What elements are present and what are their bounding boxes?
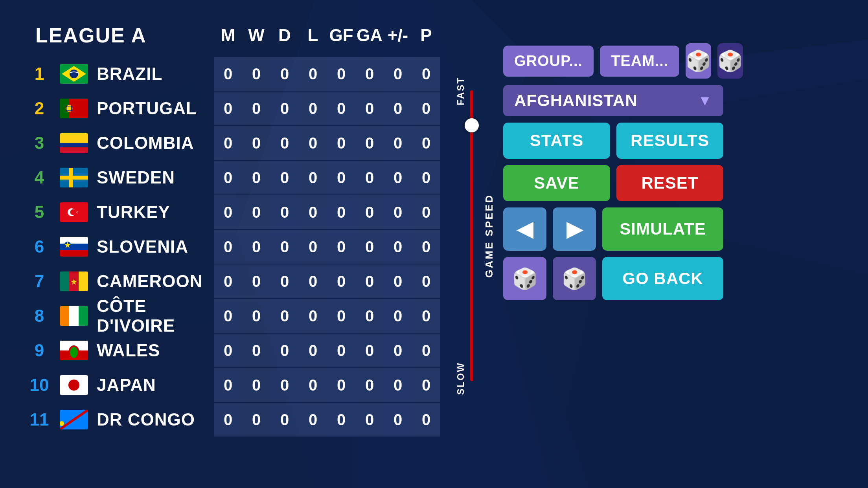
- stat-cell-9-5: 0: [355, 368, 384, 402]
- team-rank-5: 6: [28, 237, 51, 257]
- dropdown-arrow-icon: ▼: [698, 92, 712, 109]
- stat-cell-5-7: 0: [412, 230, 440, 264]
- team-rank-3: 4: [28, 168, 51, 187]
- svg-rect-25: [60, 237, 88, 244]
- stat-cell-7-2: 0: [270, 299, 299, 333]
- svg-point-10: [70, 70, 78, 78]
- stat-cell-0-0: 0: [214, 57, 242, 91]
- simulate-button[interactable]: SIMULATE: [602, 207, 723, 251]
- svg-rect-30: [60, 272, 69, 291]
- stat-cell-0-6: 0: [384, 57, 412, 91]
- team-name-0: BRAZIL: [97, 64, 214, 84]
- stat-cell-6-7: 0: [412, 264, 440, 298]
- team-flag-0: [58, 63, 90, 85]
- stat-cell-6-5: 0: [355, 264, 384, 298]
- stat-cell-0-3: 0: [299, 57, 327, 91]
- stat-cell-5-6: 0: [384, 230, 412, 264]
- table-row: 6SLOVENIA00000000: [28, 230, 440, 264]
- stat-cell-0-7: 0: [412, 57, 440, 91]
- dark-dice-bottom-button[interactable]: 🎲: [553, 257, 596, 300]
- stat-cell-6-6: 0: [384, 264, 412, 298]
- stat-cell-10-2: 0: [270, 403, 299, 437]
- team-rank-1: 2: [28, 99, 51, 118]
- team-flag-10: [58, 409, 90, 431]
- stat-cell-5-0: 0: [214, 230, 242, 264]
- dark-dice-button[interactable]: 🎲: [717, 43, 743, 79]
- stat-cell-6-0: 0: [214, 264, 242, 298]
- team-name-6: CAMEROON: [97, 272, 214, 291]
- results-button[interactable]: RESULTS: [616, 123, 723, 159]
- stat-cell-4-1: 0: [242, 195, 270, 229]
- stat-cell-9-6: 0: [384, 368, 412, 402]
- table-header: LEAGUE A MWDLGFGA+/-P: [28, 20, 440, 55]
- team-name-9: JAPAN: [97, 375, 214, 395]
- stat-cell-3-2: 0: [270, 161, 299, 194]
- col-header-m: M: [214, 26, 242, 45]
- stat-cell-4-6: 0: [384, 195, 412, 229]
- team-flag-8: [58, 339, 90, 361]
- stat-cell-2-6: 0: [384, 126, 412, 160]
- col-header-d: D: [270, 26, 299, 45]
- stat-cell-3-1: 0: [242, 161, 270, 194]
- team-name-10: DR CONGO: [97, 410, 214, 429]
- stat-cell-2-3: 0: [299, 126, 327, 160]
- stat-cell-4-2: 0: [270, 195, 299, 229]
- stat-cell-5-4: 0: [327, 230, 355, 264]
- stat-cell-4-0: 0: [214, 195, 242, 229]
- team-flag-7: [58, 305, 90, 327]
- team-flag-3: [58, 167, 90, 189]
- stat-cell-1-7: 0: [412, 92, 440, 125]
- table-row: 10JAPAN00000000: [28, 368, 440, 402]
- col-header-l: L: [299, 26, 327, 45]
- game-speed-label: GAME SPEED: [483, 194, 495, 277]
- stat-cell-5-3: 0: [299, 230, 327, 264]
- stat-cell-4-7: 0: [412, 195, 440, 229]
- stat-cell-1-6: 0: [384, 92, 412, 125]
- stat-cell-5-2: 0: [270, 230, 299, 264]
- stat-cell-7-0: 0: [214, 299, 242, 333]
- save-reset-row: SAVE RESET: [503, 165, 723, 201]
- stat-cell-6-2: 0: [270, 264, 299, 298]
- next-button[interactable]: ▶: [553, 207, 596, 251]
- stat-cell-8-6: 0: [384, 334, 412, 367]
- stat-cell-10-0: 0: [214, 403, 242, 437]
- stat-cell-1-4: 0: [327, 92, 355, 125]
- goback-button[interactable]: GO BACK: [602, 257, 723, 300]
- stats-button[interactable]: STATS: [503, 123, 610, 159]
- col-header-w: W: [242, 26, 270, 45]
- team-flag-9: [58, 374, 90, 396]
- team-flag-6: [58, 270, 90, 292]
- fast-label: FAST: [455, 77, 466, 105]
- table-row: 11DR CONGO00000000: [28, 403, 440, 437]
- stat-cell-7-3: 0: [299, 299, 327, 333]
- stat-cell-9-2: 0: [270, 368, 299, 402]
- team-name-4: TURKEY: [97, 202, 214, 222]
- save-button[interactable]: SAVE: [503, 165, 610, 201]
- team-rows: 1BRAZIL000000002PORTUGAL000000003COLOMBI…: [28, 57, 440, 437]
- team-flag-4: [58, 201, 90, 223]
- speed-slider-area[interactable]: FAST SLOW GAME SPEED: [452, 75, 491, 397]
- dropdown-value: AFGHANISTAN: [514, 91, 638, 110]
- stat-cell-10-3: 0: [299, 403, 327, 437]
- stat-cell-8-7: 0: [412, 334, 440, 367]
- stat-cell-4-4: 0: [327, 195, 355, 229]
- prev-button[interactable]: ◀: [503, 207, 546, 251]
- reset-button[interactable]: RESET: [616, 165, 723, 201]
- stat-cell-0-2: 0: [270, 57, 299, 91]
- team-name-5: SLOVENIA: [97, 237, 214, 257]
- stat-cell-6-3: 0: [299, 264, 327, 298]
- stats-results-row: STATS RESULTS: [503, 123, 723, 159]
- gold-dice-button[interactable]: 🎲: [686, 43, 711, 79]
- league-table: LEAGUE A MWDLGFGA+/-P 1BRAZIL000000002PO…: [28, 20, 440, 437]
- country-dropdown[interactable]: AFGHANISTAN ▼: [503, 85, 723, 116]
- team-rank-0: 1: [28, 64, 51, 84]
- stat-cell-6-1: 0: [242, 264, 270, 298]
- top-buttons: GROUP... TEAM... 🎲 🎲: [503, 43, 723, 79]
- col-header-gf: GF: [327, 26, 355, 45]
- controls-section: GROUP... TEAM... 🎲 🎲 AFGHANISTAN ▼ STATS…: [503, 43, 723, 300]
- team-flag-2: [58, 132, 90, 154]
- group-button[interactable]: GROUP...: [503, 46, 594, 77]
- team-button[interactable]: TEAM...: [600, 46, 679, 77]
- gold-dice-bottom-button[interactable]: 🎲: [503, 257, 546, 300]
- slider-thumb[interactable]: [465, 118, 479, 132]
